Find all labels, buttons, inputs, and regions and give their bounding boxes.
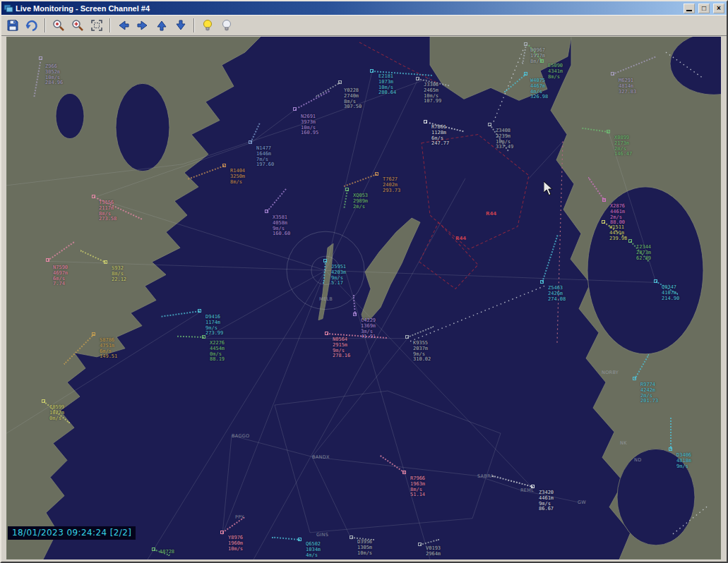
track-symbol[interactable] [265,210,268,213]
pan-up-button[interactable] [153,16,171,35]
title-bar[interactable]: Live Monitoring - Screen Channel #4 □ × [1,1,727,15]
track-symbol[interactable] [405,335,409,339]
track-data-block[interactable]: Y02282740m8m/s307.50 [344,88,362,110]
track-symbol[interactable] [540,59,544,63]
track-data-block[interactable]: A8728 [160,550,174,555]
track-symbol[interactable] [202,335,205,339]
track-symbol[interactable] [42,399,45,403]
track-data-block[interactable]: T76272402m293.73 [383,177,400,193]
track-symbol[interactable] [370,69,374,73]
track-symbol[interactable] [402,471,406,474]
track-symbol[interactable] [345,188,349,191]
track-data-line: 327.83 [619,90,636,95]
track-symbol[interactable] [152,547,155,551]
pan-right-button[interactable] [133,16,152,35]
track-data-block[interactable]: X22764454m0m/s88.19 [210,341,225,363]
track-symbol[interactable] [249,140,252,144]
track-data-block[interactable]: S9328m/s22.12 [112,266,126,282]
pan-down-button[interactable] [172,16,190,35]
track-symbol[interactable] [488,123,491,126]
track-symbol[interactable] [540,280,544,284]
track-symbol[interactable] [293,107,297,111]
track-data-block[interactable]: Y89761960m10m/s [228,535,243,552]
fit-to-screen-button[interactable] [88,16,106,35]
lamp-off-button[interactable] [217,16,236,35]
maximize-button[interactable]: □ [698,4,710,13]
track-data-block[interactable]: J59514203m9m/s5.17 [331,265,346,286]
track-data-block[interactable]: X28764461m2m/s88.00 [610,204,625,226]
track-data-block[interactable]: R97744242m2m/s201.73 [640,382,658,404]
track-symbol[interactable] [602,198,606,202]
track-symbol[interactable] [198,309,201,313]
track-data-block[interactable]: Q65021034m4m/s [306,542,321,558]
save-button[interactable] [4,16,22,35]
track-symbol[interactable] [222,164,226,167]
track-symbol[interactable] [607,130,610,133]
track-data-block[interactable]: J33062465m10m/s107.99 [424,83,441,104]
track-symbol[interactable] [323,259,327,262]
track-symbol[interactable] [669,447,672,451]
track-symbol[interactable] [92,332,95,336]
zoom-button[interactable] [49,16,68,35]
track-data-block[interactable]: M62914814m327.83 [619,78,636,95]
track-data-block[interactable]: N05642915m9m/s278.16 [333,337,350,359]
track-symbol[interactable] [633,377,636,380]
track-data-block[interactable]: V01932964m [426,546,441,557]
track-data-block[interactable]: Z54632426m274.08 [548,286,566,302]
track-data-block[interactable]: D39561305m10m/s [357,540,372,556]
track-symbol[interactable] [298,538,302,541]
undo-button[interactable] [23,16,41,35]
track-data-block[interactable]: D94161174m9m/s273.99 [205,315,223,337]
zoom-in-button[interactable] [68,16,87,35]
track-data-block[interactable]: S87864751m6m/s149.51 [100,338,117,360]
track-symbol[interactable] [611,72,614,75]
track-symbol[interactable] [350,535,353,539]
map-area[interactable]: MELBNORBYBAGGOBANDXSABRAREMLGWNKNDGINSPP… [6,37,721,559]
track-data-block[interactable]: X08992173m2m/s146.47 [614,135,632,157]
lamp-on-button[interactable] [198,16,217,35]
track-data-block[interactable]: T31562117m8m/s273.58 [99,200,117,222]
track-symbol[interactable] [602,220,605,224]
track-symbol[interactable] [39,56,42,60]
track-data-block[interactable]: Z34082239m10m/s337.49 [496,128,513,150]
track-symbol[interactable] [375,172,378,176]
track-symbol[interactable] [353,313,357,316]
track-data-block[interactable]: R79661963m8m/s51.14 [410,476,425,498]
track-symbol[interactable] [424,120,427,123]
track-symbol[interactable] [220,531,224,534]
track-data-block[interactable]: Q93474107m214.90 [662,285,679,301]
track-symbol[interactable] [92,195,95,198]
track-data-block[interactable]: W40754467m4m/s326.98 [530,78,548,100]
track-symbol[interactable] [524,72,527,75]
track-data-block[interactable]: R14043250m8m/s [230,169,245,185]
track-data-line: 8m/s [548,75,563,80]
track-symbol[interactable] [338,80,342,84]
track-symbol[interactable] [628,239,632,243]
track-data-block[interactable]: W15114451m239.98 [609,225,627,241]
track-data-block[interactable]: R78611128m6m/s247.77 [431,125,449,147]
track-data-block[interactable]: N14771646m7m/s197.60 [256,146,274,168]
track-data-block[interactable]: X35814058m9m/s160.60 [273,215,290,237]
track-symbol[interactable] [418,543,422,546]
minimize-button[interactable] [684,4,695,13]
track-data-block[interactable]: Z34204461m9m/s86.67 [539,490,554,512]
track-symbol[interactable] [104,260,107,264]
track-data-block[interactable]: N75904697m6m/s7.74 [53,265,68,287]
track-symbol[interactable] [531,485,535,488]
track-data-block[interactable]: I23442873m62.89 [636,245,651,261]
close-button[interactable]: × [713,4,724,13]
track-data-block[interactable]: Z9663052m10m/s284.96 [45,64,63,86]
track-data-block[interactable]: D34064818m9m/s [676,453,691,469]
track-symbol[interactable] [524,42,527,46]
track-data-block[interactable]: N26913973m10m/s160.95 [301,114,318,136]
track-data-block[interactable]: E50904341m8m/s [548,63,563,80]
track-data-block[interactable]: E21811073m10m/s280.64 [378,74,396,96]
track-data-block[interactable]: XQ0532989m2m/s [353,193,368,210]
track-symbol[interactable] [416,77,419,80]
track-data-block[interactable]: I05991027m0m/s [49,405,64,421]
track-data-block[interactable]: K93552037m9m/s310.02 [413,341,431,363]
track-symbol[interactable] [654,279,657,283]
pan-left-button[interactable] [114,16,133,35]
track-symbol[interactable] [325,332,328,335]
track-symbol[interactable] [46,258,49,262]
